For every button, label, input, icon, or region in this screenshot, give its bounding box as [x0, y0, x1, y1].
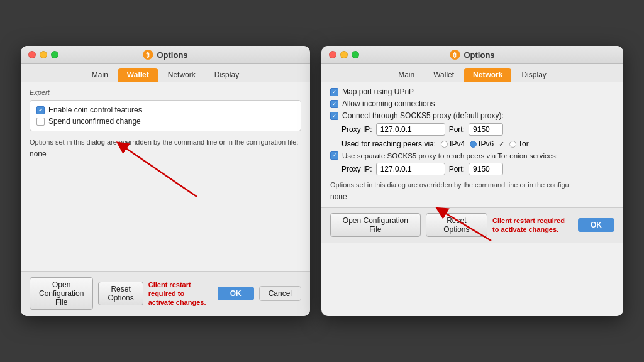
proxy-ip-input1[interactable] [376, 123, 445, 136]
right-dialog: ₿ Options Main Wallet Network Display Ma… [321, 46, 623, 316]
minimize-button-right[interactable] [340, 51, 348, 58]
sep-socks5-row: Use separate SOCKS5 proxy to reach peers… [330, 151, 614, 160]
ok-button-left[interactable]: OK [218, 287, 254, 300]
peers-label: Used for reaching peers via: [341, 140, 436, 148]
tor-radio[interactable] [509, 141, 516, 148]
right-titlebar-title: ₿ Options [450, 50, 494, 60]
right-dialog-title: Options [464, 50, 494, 60]
socks5-label: Connect through SOCKS5 proxy (default pr… [342, 111, 504, 120]
tab-display-right[interactable]: Display [513, 68, 555, 82]
tab-network-right[interactable]: Network [464, 68, 511, 82]
bitcoin-icon-left: ₿ [143, 50, 153, 60]
minimize-button-left[interactable] [40, 51, 47, 58]
left-footer: Open Configuration File Reset Options Cl… [21, 272, 310, 316]
ipv4-option: IPv4 [441, 140, 465, 148]
incoming-row: Allow incoming connections [330, 99, 614, 108]
ipv4-radio[interactable] [441, 141, 448, 148]
port-label2: Port: [449, 165, 465, 173]
maximize-button-right[interactable] [352, 51, 359, 58]
tab-network-left[interactable]: Network [159, 68, 204, 82]
right-footer: Open Configuration File Reset Options Cl… [321, 207, 623, 243]
reset-options-button-right[interactable]: Reset Options [426, 213, 487, 237]
sep-socks5-label: Use separate SOCKS5 proxy to reach peers… [342, 152, 558, 160]
tor-label: Tor [518, 140, 529, 148]
right-content: Map port using UPnP Allow incoming conne… [321, 82, 623, 207]
right-none: none [330, 192, 614, 201]
right-note: Options set in this dialog are overridde… [330, 180, 614, 190]
enable-coin-control-label: Enable coin control features [48, 106, 142, 114]
port-input2[interactable] [469, 163, 503, 175]
tab-main-left[interactable]: Main [83, 68, 117, 82]
tab-wallet-left[interactable]: Wallet [118, 68, 158, 82]
cancel-button-left[interactable]: Cancel [259, 286, 301, 301]
open-config-button-right[interactable]: Open Configuration File [330, 213, 421, 237]
proxy2-row: Proxy IP: Port: [330, 163, 614, 175]
left-none: none [30, 150, 301, 158]
proxy1-row: Proxy IP: Port: [330, 123, 614, 136]
left-tab-bar: Main Wallet Network Display [21, 64, 310, 82]
tab-display-left[interactable]: Display [206, 68, 248, 82]
left-dialog-wrapper: ₿ Options Main Wallet Network Display Ex… [21, 46, 310, 316]
port-input1[interactable] [469, 123, 503, 136]
socks5-checkbox[interactable] [330, 112, 338, 120]
left-titlebar: ₿ Options [21, 46, 310, 64]
tor-option: Tor [509, 140, 529, 148]
ipv6-option: IPv6 [470, 140, 494, 148]
expert-checkbox-area: Enable coin control features Spend uncon… [30, 100, 301, 131]
incoming-checkbox[interactable] [330, 100, 338, 108]
ipv4-label: IPv4 [450, 140, 465, 148]
left-dialog: ₿ Options Main Wallet Network Display Ex… [21, 46, 310, 316]
spend-unconfirmed-checkbox[interactable] [36, 118, 45, 126]
sep-socks5-checkbox[interactable] [330, 151, 338, 160]
restart-notice-right: Client restart required to activate chan… [492, 216, 568, 234]
right-tab-bar: Main Wallet Network Display [321, 64, 623, 82]
map-port-label: Map port using UPnP [342, 87, 414, 96]
tab-main-right[interactable]: Main [389, 68, 423, 82]
left-titlebar-title: ₿ Options [143, 50, 187, 60]
map-port-checkbox[interactable] [330, 88, 338, 96]
right-dialog-wrapper: ₿ Options Main Wallet Network Display Ma… [321, 46, 623, 316]
map-port-row: Map port using UPnP [330, 87, 614, 96]
left-content: Expert Enable coin control features Spen… [21, 82, 310, 272]
maximize-button-left[interactable] [51, 51, 58, 58]
spend-unconfirmed-label: Spend unconfirmed change [48, 117, 141, 126]
right-titlebar: ₿ Options [321, 46, 623, 64]
proxy-ip-input2[interactable] [376, 163, 445, 175]
close-button-right[interactable] [329, 51, 336, 58]
proxy-ip-label2: Proxy IP: [341, 165, 372, 173]
enable-coin-control-row: Enable coin control features [36, 106, 294, 114]
ipv6-radio[interactable] [470, 141, 477, 148]
incoming-label: Allow incoming connections [342, 99, 435, 108]
open-config-button-left[interactable]: Open Configuration File [30, 277, 93, 310]
ok-button-right[interactable]: OK [578, 218, 614, 232]
ipv6-check-mark: ✓ [499, 140, 504, 148]
socks5-row: Connect through SOCKS5 proxy (default pr… [330, 111, 614, 120]
tab-wallet-right[interactable]: Wallet [425, 68, 463, 82]
ipv6-label: IPv6 [479, 140, 494, 148]
left-note: Options set in this dialog are overridde… [30, 138, 301, 147]
close-button-left[interactable] [28, 51, 36, 58]
restart-notice-left: Client restart required to activate chan… [148, 280, 208, 307]
port-label1: Port: [449, 125, 465, 134]
expert-label: Expert [30, 89, 301, 96]
bitcoin-icon-right: ₿ [450, 50, 460, 60]
enable-coin-control-checkbox[interactable] [36, 106, 45, 114]
left-dialog-title: Options [157, 50, 187, 60]
spend-unconfirmed-row: Spend unconfirmed change [36, 117, 294, 126]
reset-options-button-left[interactable]: Reset Options [98, 282, 143, 305]
proxy-ip-label1: Proxy IP: [341, 125, 372, 134]
peers-row: Used for reaching peers via: IPv4 IPv6 ✓… [330, 140, 614, 148]
